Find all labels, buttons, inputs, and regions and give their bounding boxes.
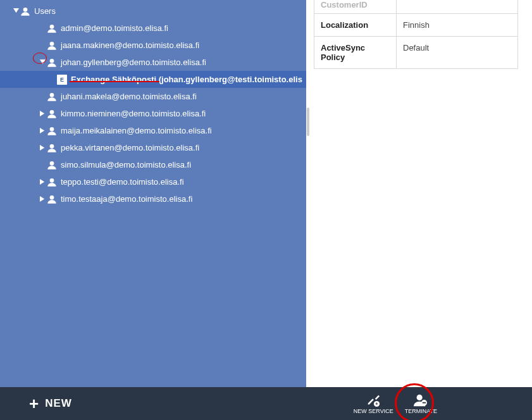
tree-item-label: admin@demo.toimisto.elisa.fi <box>61 23 168 33</box>
exchange-icon: E <box>57 75 67 85</box>
tree-item-label: simo.silmula@demo.toimisto.elisa.fi <box>61 160 191 170</box>
svg-text:+: + <box>376 401 378 407</box>
tree: Users admin@demo.toimisto.elisa.fi jaana… <box>0 0 306 207</box>
expand-placeholder <box>39 25 46 32</box>
tree-user-item[interactable]: jaana.makinen@demo.toimisto.elisa.fi <box>0 37 306 54</box>
expand-placeholder <box>39 42 46 49</box>
table-row: Localization Finnish <box>314 14 518 37</box>
plus-icon: + <box>29 394 39 414</box>
expand-arrow-icon[interactable] <box>39 196 46 202</box>
svg-marker-10 <box>40 111 44 116</box>
tree-service-label: Exchange Sähköposti (johan.gyllenberg@te… <box>71 75 302 84</box>
expand-placeholder <box>39 94 46 100</box>
svg-point-11 <box>50 110 54 114</box>
svg-point-1 <box>23 8 28 12</box>
tree-user-item[interactable]: simo.silmula@demo.toimisto.elisa.fi <box>0 156 306 173</box>
collapse-arrow-icon[interactable] <box>39 59 46 66</box>
svg-point-5 <box>50 42 54 46</box>
wrench-plus-icon: + <box>366 393 381 408</box>
tree-root-label: Users <box>34 6 56 16</box>
tree-item-label: teppo.testi@demo.toimisto.elisa.fi <box>61 177 184 187</box>
table-row: ActiveSync Policy Default <box>314 37 518 69</box>
svg-marker-6 <box>40 59 46 64</box>
new-service-button[interactable]: + NEW SERVICE <box>354 393 393 414</box>
expand-arrow-icon[interactable] <box>13 8 19 15</box>
user-icon <box>47 92 57 102</box>
svg-point-7 <box>50 59 54 63</box>
tree-root-users[interactable]: Users <box>0 3 306 20</box>
user-icon <box>47 23 57 34</box>
tree-item-label: timo.testaaja@demo.toimisto.elisa.fi <box>61 194 192 204</box>
user-icon <box>47 109 57 119</box>
expand-arrow-icon[interactable] <box>39 111 46 117</box>
user-icon <box>47 160 57 170</box>
tree-item-label: kimmo.nieminen@demo.toimisto.elisa.fi <box>61 109 206 118</box>
user-icon <box>47 40 57 51</box>
user-minus-icon <box>413 393 428 408</box>
new-service-label: NEW SERVICE <box>354 408 393 414</box>
detail-value: Finnish <box>397 14 518 37</box>
tree-item-label: maija.meikalainen@demo.toimisto.elisa.fi <box>61 126 212 135</box>
terminate-button[interactable]: TERMINATE <box>405 393 437 414</box>
main-area: Users admin@demo.toimisto.elisa.fi jaana… <box>0 0 532 387</box>
detail-value <box>397 0 518 14</box>
user-icon <box>20 6 30 16</box>
user-icon <box>47 126 57 136</box>
user-icon <box>47 58 57 68</box>
splitter-handle[interactable] <box>307 108 309 136</box>
svg-marker-20 <box>40 196 44 202</box>
svg-marker-12 <box>40 128 44 133</box>
svg-marker-18 <box>40 179 44 185</box>
user-icon <box>47 194 57 204</box>
svg-marker-0 <box>13 8 19 13</box>
expand-arrow-icon[interactable] <box>39 145 46 151</box>
tree-service-item-selected[interactable]: E Exchange Sähköposti (johan.gyllenberg@… <box>0 71 306 88</box>
user-icon <box>47 143 57 153</box>
detail-panel: CustomerID Localization Finnish ActiveSy… <box>306 0 532 387</box>
tree-user-item-expanded[interactable]: johan.gyllenberg@demo.toimisto.elisa.fi <box>0 54 306 71</box>
bottom-bar: + NEW + NEW SERVICE TERMINATE <box>0 387 532 420</box>
svg-point-3 <box>50 25 54 29</box>
svg-point-9 <box>50 93 54 97</box>
tree-user-item[interactable]: timo.testaaja@demo.toimisto.elisa.fi <box>0 190 306 207</box>
tree-user-item[interactable]: kimmo.nieminen@demo.toimisto.elisa.fi <box>0 105 306 122</box>
tree-item-label: juhani.makela@demo.toimisto.elisa.fi <box>61 92 197 101</box>
expand-arrow-icon[interactable] <box>39 128 46 134</box>
svg-point-19 <box>50 178 54 183</box>
tree-user-item[interactable]: admin@demo.toimisto.elisa.fi <box>0 20 306 37</box>
svg-point-17 <box>50 161 54 166</box>
svg-point-21 <box>50 195 54 200</box>
new-button-label: NEW <box>45 397 72 410</box>
detail-key: ActiveSync Policy <box>314 37 397 69</box>
svg-point-13 <box>50 127 54 132</box>
tree-user-item[interactable]: teppo.testi@demo.toimisto.elisa.fi <box>0 173 306 190</box>
sidebar: Users admin@demo.toimisto.elisa.fi jaana… <box>0 0 306 387</box>
tree-item-label: pekka.virtanen@demo.toimisto.elisa.fi <box>61 143 199 152</box>
tree-user-item[interactable]: maija.meikalainen@demo.toimisto.elisa.fi <box>0 122 306 139</box>
terminate-label: TERMINATE <box>405 408 437 414</box>
new-button[interactable]: + NEW <box>29 394 72 414</box>
expand-arrow-icon[interactable] <box>39 179 46 185</box>
tree-item-label: jaana.makinen@demo.toimisto.elisa.fi <box>61 40 199 50</box>
svg-point-24 <box>417 395 423 400</box>
detail-table: CustomerID Localization Finnish ActiveSy… <box>314 0 518 69</box>
svg-marker-14 <box>40 145 44 151</box>
svg-rect-26 <box>423 402 426 404</box>
detail-key: CustomerID <box>314 0 397 14</box>
detail-key: Localization <box>314 14 397 37</box>
detail-value: Default <box>397 37 518 69</box>
svg-point-15 <box>50 144 54 149</box>
table-row: CustomerID <box>314 0 518 14</box>
user-icon <box>47 177 57 187</box>
expand-placeholder <box>39 162 46 168</box>
right-actions: + NEW SERVICE TERMINATE <box>354 387 437 420</box>
tree-user-item[interactable]: juhani.makela@demo.toimisto.elisa.fi <box>0 88 306 105</box>
tree-item-label: johan.gyllenberg@demo.toimisto.elisa.fi <box>61 58 206 67</box>
tree-user-item[interactable]: pekka.virtanen@demo.toimisto.elisa.fi <box>0 139 306 156</box>
